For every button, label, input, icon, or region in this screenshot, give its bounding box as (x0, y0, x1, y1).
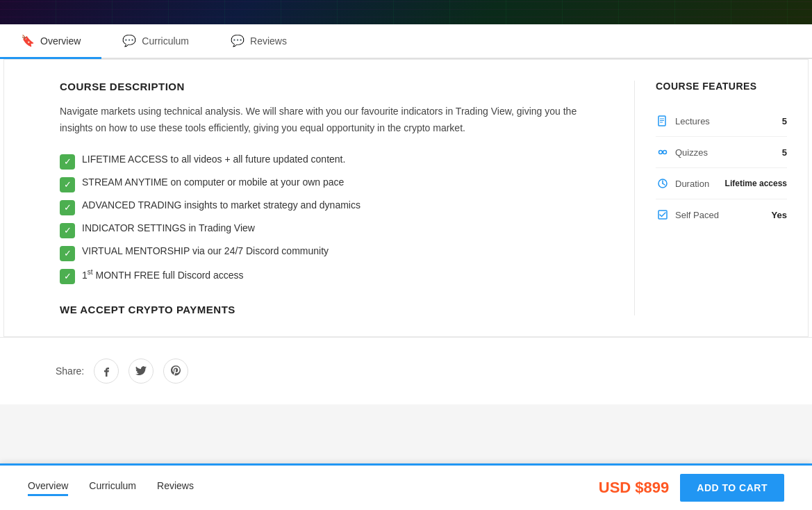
lectures-row: Lectures 5 (656, 106, 787, 137)
course-features-title: COURSE FEATURES (656, 81, 787, 92)
self-paced-icon (656, 208, 670, 222)
check-icon: ✓ (60, 154, 75, 170)
lectures-label-group: Lectures (656, 114, 710, 128)
content-area: COURSE DESCRIPTION Navigate markets usin… (3, 59, 809, 337)
overview-icon: 🔖 (21, 34, 35, 47)
tab-overview[interactable]: 🔖 Overview (0, 24, 101, 59)
tab-reviews[interactable]: 💬 Reviews (210, 24, 308, 59)
svg-point-4 (659, 151, 663, 154)
facebook-share-button[interactable] (94, 359, 119, 384)
list-item: ✓ 1st MONTH FREE full Discord access (60, 268, 606, 284)
feature-text: LIFETIME ACCESS to all videos + all futu… (82, 154, 345, 165)
list-item: ✓ ADVANCED TRADING insights to market st… (60, 199, 606, 215)
feature-text: INDICATOR SETTINGS in Trading View (82, 222, 255, 233)
feature-text: STREAM ANYTIME on computer or mobile at … (82, 176, 344, 188)
duration-icon (656, 176, 670, 190)
check-icon: ✓ (60, 246, 75, 261)
quizzes-row: Quizzes 5 (656, 137, 787, 168)
feature-text: ADVANCED TRADING insights to market stra… (82, 199, 361, 211)
twitter-share-button[interactable] (129, 359, 154, 384)
pinterest-share-button[interactable] (163, 359, 188, 384)
hero-banner (0, 0, 812, 24)
svg-point-5 (663, 151, 667, 154)
duration-label-group: Duration (656, 176, 709, 190)
quizzes-label: Quizzes (675, 147, 708, 158)
share-label: Share: (56, 365, 84, 377)
lectures-label: Lectures (675, 116, 710, 126)
list-item: ✓ VIRTUAL MENTORSHIP via our 24/7 Discor… (60, 245, 606, 261)
course-features-sidebar: COURSE FEATURES Lectures 5 (634, 81, 787, 315)
reviews-icon: 💬 (231, 34, 245, 47)
list-item: ✓ LIFETIME ACCESS to all videos + all fu… (60, 154, 606, 170)
check-icon: ✓ (60, 177, 75, 192)
list-item: ✓ STREAM ANYTIME on computer or mobile a… (60, 176, 606, 192)
curriculum-icon: 💬 (122, 34, 136, 47)
self-paced-label-group: Self Paced (656, 208, 719, 222)
list-item: ✓ INDICATOR SETTINGS in Trading View (60, 222, 606, 238)
lectures-icon (656, 114, 670, 128)
quizzes-icon (656, 145, 670, 159)
duration-label: Duration (675, 179, 709, 189)
tab-curriculum[interactable]: 💬 Curriculum (101, 24, 210, 59)
share-section: Share: (0, 337, 812, 404)
self-paced-label: Self Paced (675, 210, 719, 220)
tab-curriculum-label: Curriculum (142, 35, 189, 47)
feature-text: VIRTUAL MENTORSHIP via our 24/7 Discord … (82, 245, 329, 256)
self-paced-row: Self Paced Yes (656, 199, 787, 230)
lectures-value: 5 (782, 116, 787, 126)
quizzes-value: 5 (782, 147, 787, 158)
check-icon: ✓ (60, 223, 75, 238)
course-description-title: COURSE DESCRIPTION (60, 81, 606, 92)
tab-overview-label: Overview (40, 35, 81, 47)
duration-row: Duration Lifetime access (656, 168, 787, 199)
feature-list: ✓ LIFETIME ACCESS to all videos + all fu… (60, 154, 606, 284)
self-paced-value: Yes (772, 210, 787, 220)
tabs-bar: 🔖 Overview 💬 Curriculum 💬 Reviews (0, 24, 812, 59)
crypto-payments-title: WE ACCEPT CRYPTO PAYMENTS (60, 304, 606, 315)
quizzes-label-group: Quizzes (656, 145, 708, 159)
duration-value: Lifetime access (725, 179, 787, 188)
check-icon: ✓ (60, 269, 75, 284)
main-content: COURSE DESCRIPTION Navigate markets usin… (60, 81, 634, 315)
tab-reviews-label: Reviews (250, 35, 287, 47)
svg-line-9 (663, 183, 665, 185)
check-icon: ✓ (60, 200, 75, 215)
feature-text: 1st MONTH FREE full Discord access (82, 268, 244, 281)
course-description-text: Navigate markets using technical analysi… (60, 104, 606, 137)
